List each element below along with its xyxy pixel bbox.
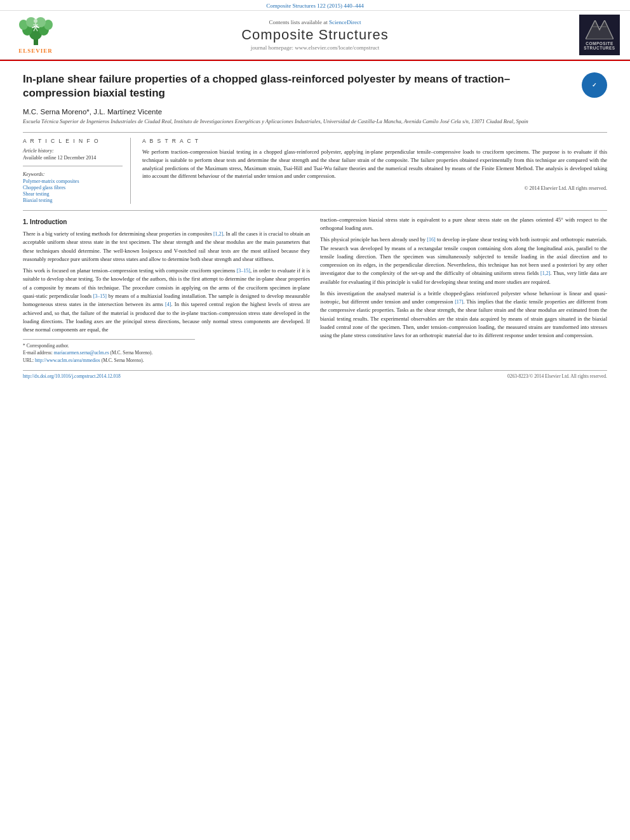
composite-logo-text: COMPOSITESTRUCTURES [584, 41, 615, 50]
footnote-url-link[interactable]: http://www.uclm.es/area/mmedios [35, 357, 100, 363]
article-title: In-plane shear failure properties of a c… [23, 72, 575, 100]
right-para-2: This physical principle has been already… [320, 236, 607, 286]
footnote-divider [23, 339, 195, 340]
body-columns: 1. Introduction There is a big variety o… [23, 216, 607, 364]
ref-1-2b: [1,2] [540, 270, 550, 276]
info-divider [23, 166, 123, 166]
footer-issn: 0263-8223/© 2014 Elsevier Ltd. All right… [507, 373, 607, 379]
history-label: Article history: [23, 148, 123, 154]
right-para-1: traction–compression biaxial stress stat… [320, 216, 607, 232]
available-online: Available online 12 December 2014 [23, 155, 123, 161]
footnote-url: URL: http://www.uclm.es/area/mmedios (M.… [23, 357, 310, 364]
contents-line: Contents lists available at ScienceDirec… [61, 19, 569, 25]
crossmark-badge[interactable]: ✓ [582, 72, 607, 98]
footnote-email: E-mail address: mariacarmen.serna@uclm.e… [23, 349, 310, 356]
abstract-heading: A B S T R A C T [142, 138, 607, 144]
ref-3-15b: [3–15] [93, 293, 107, 299]
article-footer: http://dx.doi.org/10.1016/j.compstruct.2… [23, 370, 607, 379]
introduction-heading: 1. Introduction [23, 217, 310, 227]
body-col-left: 1. Introduction There is a big variety o… [23, 216, 310, 364]
journal-banner: ELSEVIER Contents lists available at Sci… [0, 10, 630, 60]
journal-homepage: journal homepage: www.elsevier.com/locat… [61, 44, 569, 51]
abstract-text: We perform traction–compression biaxial … [142, 148, 607, 180]
article-info-abstract-row: A R T I C L E I N F O Article history: A… [23, 138, 607, 204]
keyword-3: Shear testing [23, 191, 123, 197]
article-container: In-plane shear failure properties of a c… [0, 61, 630, 390]
ref-16: [16] [427, 237, 435, 243]
composite-structures-logo: COMPOSITESTRUCTURES [569, 15, 620, 55]
abstract-panel: A B S T R A C T We perform traction–comp… [142, 138, 607, 204]
footnote-corresponding: * Corresponding author. [23, 342, 310, 349]
ref-17: [17] [455, 299, 463, 305]
intro-para-2: This work is focused on planar tension–c… [23, 267, 310, 334]
ref-1-2: [1,2] [213, 231, 223, 237]
keyword-1: Polymer-matrix composites [23, 178, 123, 184]
svg-point-7 [36, 17, 46, 27]
journal-title-area: Contents lists available at ScienceDirec… [61, 19, 569, 51]
composite-logo-box: COMPOSITESTRUCTURES [579, 15, 620, 55]
crossmark-icon: ✓ [592, 82, 597, 88]
affiliation: Escuela Técnica Superior de Ingenieros I… [23, 118, 607, 126]
footer-doi[interactable]: http://dx.doi.org/10.1016/j.compstruct.2… [23, 373, 121, 379]
keywords-label: Keywords: [23, 171, 123, 177]
ref-4: [4] [165, 302, 171, 307]
copyright-line: © 2014 Elsevier Ltd. All rights reserved… [142, 185, 607, 191]
body-col-right: traction–compression biaxial stress stat… [320, 216, 607, 364]
article-info-panel: A R T I C L E I N F O Article history: A… [23, 138, 131, 204]
intro-para-1: There is a big variety of testing method… [23, 230, 310, 263]
right-para-3: In this investigation the analysed mater… [320, 290, 607, 340]
authors-line: M.C. Serna Moreno*, J.L. Martínez Vicent… [23, 108, 607, 116]
elsevier-logo: ELSEVIER [10, 16, 61, 54]
composite-logo-graphic [586, 20, 613, 39]
svg-point-8 [34, 19, 37, 23]
keyword-2: Chopped glass fibres [23, 185, 123, 190]
ref-3-15a: [3–15] [237, 268, 250, 274]
footnote-email-link[interactable]: mariacarmen.serna@uclm.es [54, 350, 109, 356]
article-title-section: In-plane shear failure properties of a c… [23, 72, 607, 103]
journal-title: Composite Structures [61, 27, 569, 43]
divider-after-affiliation [23, 132, 607, 133]
journal-header: Composite Structures 122 (2015) 440–444 [0, 0, 630, 61]
elsevier-tree-icon [18, 16, 53, 46]
journal-citation-bar: Composite Structures 122 (2015) 440–444 [0, 0, 630, 10]
keyword-4: Biaxial testing [23, 197, 123, 203]
article-info-heading: A R T I C L E I N F O [23, 138, 123, 144]
elsevier-wordmark: ELSEVIER [18, 48, 53, 54]
divider-before-body [23, 210, 607, 211]
journal-citation: Composite Structures 122 (2015) 440–444 [266, 3, 364, 9]
